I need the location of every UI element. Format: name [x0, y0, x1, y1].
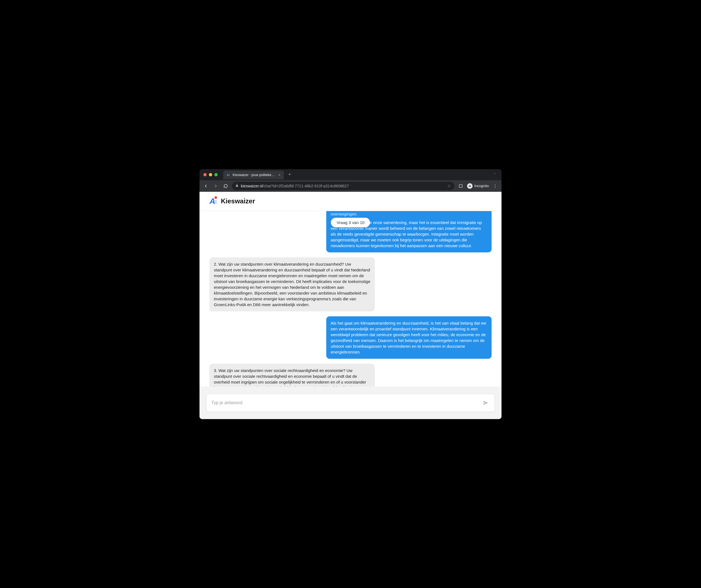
close-window-button[interactable]	[203, 173, 207, 176]
bot-message: 2. Wat zijn uw standpunten over klimaatv…	[209, 257, 375, 311]
maximize-window-button[interactable]	[214, 173, 218, 176]
lock-icon	[235, 184, 239, 188]
tab-favicon-icon: Ai	[226, 173, 230, 177]
site-logo[interactable]: A i	[209, 197, 217, 206]
page-viewport: A i Kieswaizer Vraag 3 van 10 overweging…	[200, 192, 501, 419]
tab-title: Kieswaizer - jouw politieke mat	[233, 173, 275, 177]
progress-indicator: Vraag 3 van 10	[331, 218, 370, 227]
address-bar[interactable]: kieswaizer.nl/chat?id=2f2a6dfd-7711-48b2…	[232, 182, 454, 190]
send-icon	[483, 400, 489, 406]
close-tab-button[interactable]: ×	[278, 173, 281, 177]
bookmark-star-icon[interactable]: ☆	[447, 183, 451, 189]
url-text: kieswaizer.nl/chat?id=2f2a6dfd-7711-48b2…	[241, 184, 349, 188]
svg-point-2	[470, 186, 471, 187]
window-controls	[203, 173, 218, 176]
svg-point-1	[469, 186, 470, 187]
user-message: Als het gaat om klimaatverandering en du…	[326, 316, 492, 359]
titlebar: Ai Kieswaizer - jouw politieke mat × + ˅	[200, 169, 501, 180]
site-header: A i Kieswaizer	[200, 192, 501, 211]
composer-area	[200, 386, 501, 419]
new-tab-button[interactable]: +	[286, 172, 293, 178]
back-button[interactable]	[202, 183, 209, 190]
browser-tab[interactable]: Ai Kieswaizer - jouw politieke mat ×	[223, 171, 284, 180]
incognito-label: Incognito	[474, 184, 489, 188]
incognito-icon	[467, 183, 473, 189]
message-list: overwegingen. Dive... ...jking zijn voor…	[209, 211, 492, 386]
chat-area[interactable]: Vraag 3 van 10 overwegingen. Dive... ...…	[200, 211, 501, 386]
answer-input[interactable]	[211, 400, 482, 405]
browser-toolbar: kieswaizer.nl/chat?id=2f2a6dfd-7711-48b2…	[200, 180, 501, 192]
site-title: Kieswaizer	[221, 197, 255, 205]
minimize-window-button[interactable]	[209, 173, 212, 176]
message-text: 3. Wat zijn uw standpunten over sociale …	[214, 368, 369, 386]
composer-box	[206, 394, 495, 412]
logo-dot-icon	[214, 196, 217, 199]
message-text: Als het gaat om klimaatverandering en du…	[331, 321, 486, 354]
bot-message: 3. Wat zijn uw standpunten over sociale …	[209, 364, 375, 386]
send-button[interactable]	[482, 399, 490, 407]
svg-rect-0	[459, 184, 462, 187]
message-text: 2. Wat zijn uw standpunten over klimaatv…	[214, 262, 370, 307]
browser-window: Ai Kieswaizer - jouw politieke mat × + ˅…	[200, 169, 501, 419]
forward-button[interactable]	[212, 183, 219, 190]
incognito-indicator: Incognito	[467, 183, 489, 189]
tabs-dropdown-button[interactable]: ˅	[494, 173, 498, 177]
message-text-fragment: overwegingen.	[331, 211, 487, 217]
extensions-button[interactable]	[457, 183, 464, 190]
reload-button[interactable]	[222, 183, 229, 190]
user-message: overwegingen. Dive... ...jking zijn voor…	[326, 211, 492, 252]
browser-menu-button[interactable]: ⋮	[492, 183, 499, 190]
